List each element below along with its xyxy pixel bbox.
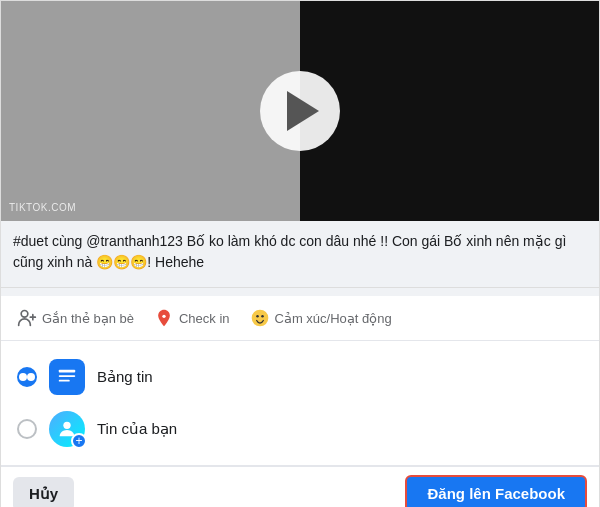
plus-badge: + [71, 433, 87, 449]
svg-point-3 [251, 310, 268, 327]
svg-point-0 [21, 311, 28, 318]
tag-friends-label: Gắn thẻ bạn bè [42, 311, 134, 326]
svg-point-9 [63, 422, 70, 429]
radio-dot [19, 373, 27, 381]
feeling-action[interactable]: Cảm xúc/Hoạt động [250, 308, 392, 328]
svg-rect-7 [59, 375, 76, 377]
news-feed-label: Bảng tin [97, 368, 153, 386]
tag-friends-action[interactable]: Gắn thẻ bạn bè [17, 308, 134, 328]
feeling-icon [250, 308, 270, 328]
check-in-icon [154, 308, 174, 328]
news-feed-option[interactable]: Bảng tin [17, 351, 583, 403]
svg-point-4 [256, 315, 259, 318]
caption-section: #duet cùng @tranthanh123 Bố ko làm khó d… [1, 221, 599, 288]
check-in-label: Check in [179, 311, 230, 326]
check-in-action[interactable]: Check in [154, 308, 230, 328]
svg-rect-8 [59, 380, 70, 382]
news-feed-icon [49, 359, 85, 395]
video-bg-left [1, 1, 300, 221]
options-section: Bảng tin + Tin của bạn [1, 341, 599, 466]
play-icon [287, 91, 319, 131]
video-player[interactable]: TIKTOK.COM [1, 1, 599, 221]
caption-text: #duet cùng @tranthanh123 Bố ko làm khó d… [13, 231, 587, 273]
tiktok-label: TIKTOK.COM [9, 202, 76, 213]
cancel-button[interactable]: Hủy [13, 477, 74, 508]
play-button[interactable] [260, 71, 340, 151]
svg-point-2 [162, 315, 165, 318]
svg-point-5 [261, 315, 264, 318]
your-news-label: Tin của bạn [97, 420, 177, 438]
bottom-bar: Hủy Đăng lên Facebook [1, 466, 599, 507]
separator [1, 288, 599, 296]
video-bg-right [300, 1, 599, 221]
your-news-option[interactable]: + Tin của bạn [17, 403, 583, 455]
post-button[interactable]: Đăng lên Facebook [405, 475, 587, 507]
main-container: TIKTOK.COM #duet cùng @tranthanh123 Bố k… [0, 0, 600, 507]
tag-friends-icon [17, 308, 37, 328]
action-bar: Gắn thẻ bạn bè Check in C [1, 296, 599, 341]
news-feed-radio[interactable] [17, 367, 37, 387]
user-avatar-container: + [49, 411, 85, 447]
feeling-label: Cảm xúc/Hoạt động [275, 311, 392, 326]
your-news-radio[interactable] [17, 419, 37, 439]
svg-rect-6 [59, 370, 76, 373]
